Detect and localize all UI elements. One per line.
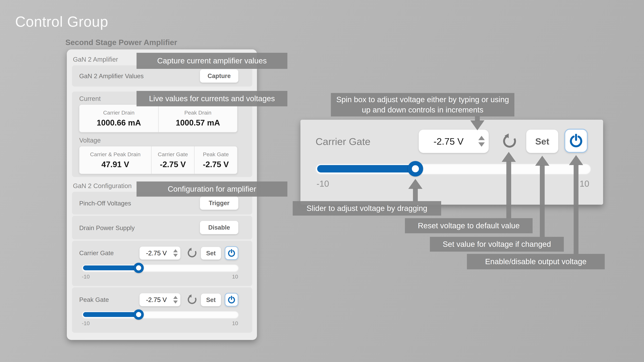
arrow-to-slider-head <box>408 179 422 189</box>
reset-button[interactable] <box>500 131 518 151</box>
disable-button[interactable]: Disable <box>200 221 238 234</box>
annotation-reset: Reset voltage to default value <box>405 218 532 233</box>
spin-down-icon[interactable] <box>173 254 178 257</box>
slider-fill <box>83 266 138 270</box>
slider-min-label: -10 <box>82 274 90 280</box>
reset-icon <box>501 133 517 149</box>
spinbox-value: -2.75 V <box>140 296 173 304</box>
annotation-enable: Enable/disable output voltage <box>467 254 605 269</box>
annotation-slider: Slider to adjust voltage by dragging <box>293 201 441 216</box>
drain-supply-label: Drain Power Supply <box>79 224 135 232</box>
carrier-gate-spinbox[interactable]: -2.75 V <box>140 247 180 260</box>
arrow-to-set <box>540 165 545 237</box>
cell-label: Carrier Drain <box>103 110 134 116</box>
power-toggle[interactable] <box>224 246 238 260</box>
slider-max-label: 10 <box>232 274 238 280</box>
spin-up-icon[interactable] <box>478 136 485 140</box>
config-header: GaN 2 Configuration <box>73 182 132 190</box>
slider-max-label: 10 <box>580 179 589 189</box>
set-button[interactable]: Set <box>201 294 221 306</box>
annotation-set: Set value for voltage if changed <box>430 237 564 252</box>
annotation-live-values: Live values for currents and voltages <box>136 91 288 106</box>
cell-label: Peak Gate <box>203 151 229 157</box>
page-title: Control Group <box>15 13 108 30</box>
current-value-box: Carrier Drain 1000.66 mA Peak Drain 1000… <box>79 104 238 132</box>
power-icon <box>227 249 236 257</box>
cell-value: 47.91 V <box>102 160 129 169</box>
current-label: Current <box>79 95 100 102</box>
arrow-to-slider <box>413 188 418 201</box>
cell-label: Carrier Gate <box>158 151 188 157</box>
reset-icon <box>186 294 197 305</box>
spinbox-steppers <box>173 296 180 304</box>
slider-max-label: 10 <box>232 320 238 327</box>
annotation-configuration: Configuration for amplifier <box>136 181 288 197</box>
detail-spinbox[interactable]: -2.75 V <box>418 129 489 153</box>
card-header: GaN 2 Amplifier <box>73 56 118 63</box>
spin-up-icon[interactable] <box>173 249 178 252</box>
voltage-cell: Peak Gate -2.75 V <box>194 146 237 174</box>
capture-button[interactable]: Capture <box>200 69 238 83</box>
slider-fill <box>83 312 138 317</box>
cell-label: Carrier & Peak Drain <box>90 151 140 157</box>
reset-button[interactable] <box>186 246 198 260</box>
power-toggle[interactable] <box>224 293 238 307</box>
carrier-gate-label: Carrier Gate <box>79 250 114 257</box>
voltage-slider[interactable] <box>82 264 238 272</box>
arrow-to-set-head <box>535 156 549 166</box>
slider-min-label: -10 <box>316 179 329 189</box>
arrow-to-power <box>574 164 578 254</box>
cell-value: -2.75 V <box>203 160 229 169</box>
set-button[interactable]: Set <box>526 129 558 153</box>
peak-gate-label: Peak Gate <box>79 296 109 303</box>
slider-fill <box>317 165 416 172</box>
reset-icon <box>186 247 197 258</box>
spin-down-icon[interactable] <box>478 142 485 147</box>
voltage-label: Voltage <box>79 137 100 144</box>
slider-thumb[interactable] <box>134 309 144 320</box>
annotation-spin-box: Spin box to adjust voltage either by typ… <box>331 93 514 116</box>
values-row-label: GaN 2 Amplifier Values <box>79 72 144 80</box>
voltage-cell: Carrier & Peak Drain 47.91 V <box>79 146 151 174</box>
cell-value: 1000.66 mA <box>96 118 141 127</box>
pinch-off-label: Pinch-Off Voltages <box>79 200 131 207</box>
arrow-to-reset <box>506 161 511 219</box>
spin-up-icon[interactable] <box>173 296 178 299</box>
spinbox-steppers <box>173 249 180 257</box>
peak-gate-section: Peak Gate -2.75 V Set <box>72 287 252 333</box>
annotation-capture: Capture current amplifier values <box>136 53 288 69</box>
slider-thumb[interactable] <box>134 263 144 273</box>
group-subtitle: Second Stage Power Amplifier <box>65 38 177 47</box>
carrier-gate-detail-panel: Carrier Gate -2.75 V Set -10 10 <box>300 120 603 205</box>
detail-gate-label: Carrier Gate <box>316 136 370 147</box>
peak-gate-spinbox[interactable]: -2.75 V <box>140 293 180 306</box>
power-toggle[interactable] <box>564 129 588 153</box>
arrow-to-spinbox-head <box>470 120 484 130</box>
cell-label: Peak Drain <box>184 110 212 116</box>
set-button[interactable]: Set <box>201 247 221 260</box>
trigger-button[interactable]: Trigger <box>200 196 238 210</box>
slider-min-label: -10 <box>82 320 90 327</box>
carrier-gate-section: Carrier Gate -2.75 V Set <box>72 241 252 286</box>
spin-down-icon[interactable] <box>173 301 178 304</box>
arrow-to-reset-head <box>502 152 516 162</box>
power-icon <box>569 133 584 148</box>
cell-value: -2.75 V <box>160 160 186 169</box>
spinbox-value: -2.75 V <box>419 136 478 147</box>
cell-value: 1000.57 mA <box>176 118 220 127</box>
current-cell: Carrier Drain 1000.66 mA <box>79 105 158 132</box>
voltage-value-box: Carrier & Peak Drain 47.91 V Carrier Gat… <box>79 146 238 174</box>
drain-supply-section: Drain Power Supply Disable <box>72 216 252 239</box>
power-icon <box>227 296 236 304</box>
spinbox-value: -2.75 V <box>140 250 173 257</box>
reset-button[interactable] <box>186 293 198 307</box>
spinbox-steppers <box>478 136 489 147</box>
arrow-to-power-head <box>569 155 583 165</box>
voltage-slider[interactable] <box>316 163 591 174</box>
voltage-cell: Carrier Gate -2.75 V <box>151 146 194 174</box>
current-cell: Peak Drain 1000.57 mA <box>158 105 237 132</box>
voltage-slider[interactable] <box>82 311 238 318</box>
slider-thumb[interactable] <box>408 161 423 176</box>
